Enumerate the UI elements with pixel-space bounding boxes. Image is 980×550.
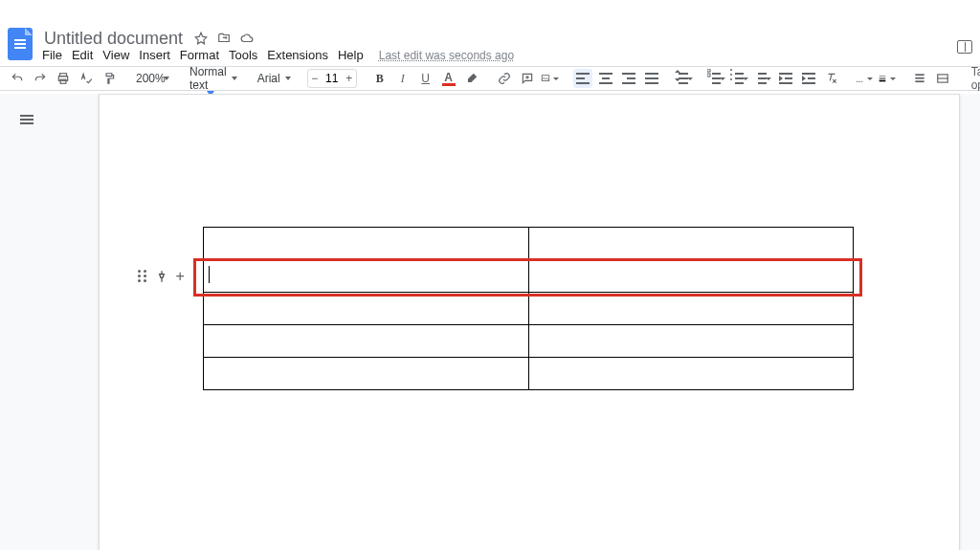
text-cursor [209, 266, 210, 283]
underline-button[interactable]: U [416, 69, 435, 88]
italic-button[interactable]: I [393, 69, 412, 88]
numbered-list-button[interactable] [753, 69, 772, 88]
bold-button[interactable]: B [370, 69, 390, 88]
spellcheck-button[interactable] [77, 69, 96, 88]
svg-rect-4 [707, 69, 710, 72]
font-size-stepper[interactable]: − + [307, 69, 357, 88]
toolbar: 200% Normal text Arial − + B I U A Table… [0, 67, 980, 91]
menu-format[interactable]: Format [180, 48, 219, 62]
menu-edit[interactable]: Edit [72, 48, 93, 62]
decrease-indent-button[interactable] [776, 69, 795, 88]
merge-cells-button[interactable] [933, 69, 952, 88]
insert-image-button[interactable] [541, 69, 560, 88]
menu-insert[interactable]: Insert [139, 48, 170, 62]
table-row[interactable] [204, 260, 854, 293]
table-row[interactable] [204, 293, 854, 325]
clear-formatting-button[interactable] [822, 69, 841, 88]
text-color-button[interactable]: A [439, 69, 458, 88]
svg-rect-6 [779, 73, 792, 75]
paragraph-style-select[interactable]: Normal text [186, 69, 240, 88]
highlight-color-button[interactable] [462, 69, 481, 88]
align-justify-button[interactable] [642, 69, 661, 88]
font-size-input[interactable] [322, 72, 343, 85]
font-size-increase[interactable]: + [343, 72, 356, 85]
line-spacing-button[interactable] [675, 69, 694, 88]
docs-logo-icon[interactable] [8, 28, 33, 60]
menu-bar: File Edit View Insert Format Tools Exten… [0, 48, 980, 67]
table-cell[interactable] [528, 293, 854, 325]
table-cell[interactable] [204, 228, 529, 260]
paint-format-button[interactable] [100, 69, 119, 88]
redo-button[interactable] [31, 69, 50, 88]
zoom-select[interactable]: 200% [132, 69, 172, 88]
svg-rect-13 [915, 77, 924, 79]
drag-handle-icon[interactable] [138, 270, 147, 283]
increase-indent-button[interactable] [799, 69, 818, 88]
svg-rect-5 [707, 74, 710, 77]
checklist-button[interactable] [707, 69, 726, 88]
row-controls: + [138, 269, 185, 284]
document-table[interactable] [203, 227, 854, 390]
star-icon[interactable] [194, 32, 208, 45]
svg-rect-8 [779, 82, 792, 84]
align-center-button[interactable] [596, 69, 615, 88]
align-left-button[interactable] [573, 69, 592, 88]
menu-file[interactable]: File [42, 48, 62, 62]
title-bar: Untitled document [0, 27, 980, 48]
svg-rect-11 [802, 82, 815, 84]
table-cell[interactable] [528, 228, 854, 260]
table-cell[interactable] [528, 260, 854, 293]
svg-rect-12 [915, 74, 924, 76]
cell-vertical-align-button[interactable] [910, 69, 929, 88]
move-icon[interactable] [217, 32, 231, 45]
table-cell[interactable] [204, 293, 529, 325]
svg-rect-9 [802, 73, 815, 75]
add-comment-button[interactable] [518, 69, 537, 88]
insert-link-button[interactable] [495, 69, 514, 88]
table-options-button[interactable]: Table options [966, 65, 980, 92]
table-row[interactable] [204, 228, 854, 260]
table-row[interactable] [204, 325, 854, 358]
document-title[interactable]: Untitled document [40, 29, 187, 49]
font-select[interactable]: Arial [254, 69, 294, 88]
cloud-status-icon[interactable] [240, 32, 254, 45]
svg-rect-14 [915, 80, 924, 82]
document-page[interactable]: + [99, 94, 960, 550]
menu-view[interactable]: View [102, 48, 129, 62]
outline-toggle-button[interactable] [15, 109, 36, 130]
border-width-button[interactable] [878, 69, 897, 88]
table-cell[interactable] [204, 325, 529, 358]
pin-row-icon[interactable] [155, 269, 168, 284]
border-dash-button[interactable] [855, 69, 874, 88]
align-right-button[interactable] [619, 69, 638, 88]
svg-rect-7 [785, 77, 792, 79]
menu-help[interactable]: Help [338, 48, 364, 62]
svg-rect-10 [808, 77, 815, 79]
workspace: + [0, 94, 980, 550]
menu-tools[interactable]: Tools [229, 48, 257, 62]
last-edit-info[interactable]: Last edit was seconds ago [379, 49, 514, 62]
undo-button[interactable] [8, 69, 27, 88]
table-row[interactable] [204, 358, 854, 390]
table-cell[interactable] [528, 358, 854, 390]
side-panel-toggle-icon[interactable] [957, 40, 972, 54]
table-cell[interactable] [528, 325, 854, 358]
table-cell[interactable] [204, 260, 529, 293]
print-button[interactable] [54, 69, 73, 88]
menu-extensions[interactable]: Extensions [267, 48, 328, 62]
insert-row-icon[interactable]: + [176, 270, 185, 283]
table-cell[interactable] [204, 358, 529, 390]
bulleted-list-button[interactable] [730, 69, 749, 88]
font-size-decrease[interactable]: − [308, 72, 322, 85]
